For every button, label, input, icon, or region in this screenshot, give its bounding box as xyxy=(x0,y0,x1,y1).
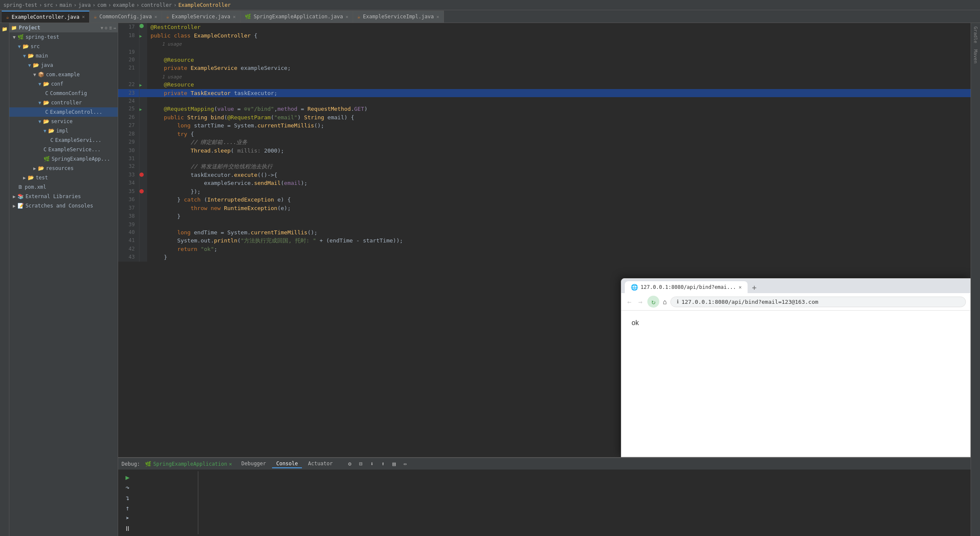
tree-external-libraries[interactable]: ▶ 📚 External Libraries xyxy=(9,192,118,201)
folder-icon: 📂 xyxy=(23,43,29,49)
tree-scratches[interactable]: ▶ 📝 Scratches and Consoles xyxy=(9,201,118,210)
globe-icon: 🌐 xyxy=(631,284,638,291)
tree-java[interactable]: ▼ 📂 java xyxy=(9,61,118,70)
tree-conf[interactable]: ▼ 📂 conf xyxy=(9,79,118,89)
back-button[interactable]: ← xyxy=(626,297,633,307)
debug-tab-bar: Debugger Console Actuator xyxy=(237,460,337,468)
debug-label: Debug: xyxy=(122,461,140,467)
tab-console[interactable]: Console xyxy=(272,460,302,468)
tree-test[interactable]: ▶ 📂 test xyxy=(9,173,118,182)
run-to-cursor-button[interactable]: ➤ xyxy=(123,514,132,522)
code-line-26: 26 public String bind(@RequestParam("ema… xyxy=(118,113,971,122)
tab-SpringExampleApplication[interactable]: 🌿 SpringExampleApplication.java ✕ xyxy=(241,11,353,23)
expand-icon: ▼ xyxy=(18,44,21,49)
stop-button[interactable]: ⏹ xyxy=(123,534,132,536)
tab-ExampleService[interactable]: ☕ ExampleService.java ✕ xyxy=(162,11,241,23)
scroll-up-button[interactable]: ⬆ xyxy=(379,460,387,468)
forward-button[interactable]: → xyxy=(637,297,644,307)
left-toolbar: 📁 xyxy=(0,23,9,536)
project-icon[interactable]: 📁 xyxy=(0,25,9,33)
spring-app-run-indicator[interactable]: 🌿 SpringExampleApplication ✕ xyxy=(145,461,232,467)
console-output-area xyxy=(198,471,967,534)
java-file-icon: ☕ xyxy=(357,14,360,20)
browser-tab[interactable]: 🌐 127.0.0.1:8080/api/bind?emai... ✕ xyxy=(625,281,748,293)
step-over-button[interactable]: ↷ xyxy=(123,483,132,492)
close-icon[interactable]: ✕ xyxy=(436,14,439,20)
maven-panel-button[interactable]: Maven xyxy=(972,48,979,65)
tree-src[interactable]: ▼ 📂 src xyxy=(9,42,118,51)
layout-button[interactable]: ⇔ xyxy=(401,460,409,468)
close-icon[interactable]: ✕ xyxy=(345,14,348,20)
expand-icon: ▼ xyxy=(28,63,31,68)
code-line-36: 36 } catch (InterruptedException e) { xyxy=(118,196,971,204)
tab-debugger[interactable]: Debugger xyxy=(237,460,270,468)
home-button[interactable]: ⌂ xyxy=(663,298,667,306)
java-class-icon: C xyxy=(45,90,48,96)
tree-SpringExampleApp[interactable]: 🌿 SpringExampleApp... xyxy=(9,154,118,164)
tree-com-example[interactable]: ▼ 📦 com.example xyxy=(9,70,118,79)
tree-main[interactable]: ▼ 📂 main xyxy=(9,51,118,61)
tree-impl[interactable]: ▼ 📂 impl xyxy=(9,126,118,135)
code-line-31: 31 xyxy=(118,155,971,162)
close-icon[interactable]: ✕ xyxy=(154,14,157,20)
pause-button[interactable]: ⏸ xyxy=(123,524,132,533)
expand-icon: ▶ xyxy=(13,194,16,199)
tab-CommonConfig[interactable]: ☕ CommonConfig.java ✕ xyxy=(90,11,162,23)
close-icon[interactable]: ✕ xyxy=(82,14,85,20)
debug-controls: ▶ ↷ ↴ ↑ ➤ ⏸ ⏹ xyxy=(122,471,198,536)
breadcrumb: spring-test › src › main › java › com › … xyxy=(0,0,980,10)
tree-CommonConfig[interactable]: C CommonConfig xyxy=(9,89,118,98)
java-file-icon: ☕ xyxy=(94,14,97,20)
step-out-button[interactable]: ↑ xyxy=(123,504,132,512)
tree-spring-test[interactable]: ▼ 🌿 spring-test xyxy=(9,32,118,42)
browser-window: 🌐 127.0.0.1:8080/api/bind?emai... ✕ + ← … xyxy=(621,278,971,457)
browser-close-tab-button[interactable]: ✕ xyxy=(739,284,742,290)
folder-icon: 📂 xyxy=(43,118,49,124)
tree-service[interactable]: ▼ 📂 service xyxy=(9,117,118,126)
console-content: ▶ ↷ ↴ ↑ ➤ ⏸ ⏹ xyxy=(118,470,971,536)
tree-controller[interactable]: ▼ 📂 controller xyxy=(9,98,118,107)
test-folder-icon: 📂 xyxy=(28,175,34,181)
project-root-icon: 🌿 xyxy=(17,34,24,40)
xml-file-icon: 🗎 xyxy=(18,184,23,190)
new-tab-button[interactable]: + xyxy=(749,283,759,292)
code-line-28: 28 try { xyxy=(118,130,971,138)
refresh-button[interactable]: ↻ xyxy=(647,296,659,308)
tab-ExampleController[interactable]: ☕ ExampleController.java ✕ xyxy=(2,11,90,23)
tree-ExampleServi2[interactable]: C ExampleService... xyxy=(9,145,118,154)
browser-response-text: ok xyxy=(632,319,960,327)
tree-ExampleServi1[interactable]: C ExampleServi... xyxy=(9,135,118,145)
code-line-32: 32 // 将发送邮件交给线程池去执行 xyxy=(118,162,971,171)
expand-icon: ▼ xyxy=(38,81,41,87)
tree-pom[interactable]: 🗎 pom.xml xyxy=(9,182,118,192)
tree-project-header[interactable]: 📁 Project ▼ ⚙ ≡ ↔ xyxy=(9,23,118,32)
code-line-22: 22 ▶ @Resource xyxy=(118,81,971,89)
expand-icon: ▼ xyxy=(43,128,46,134)
scroll-down-button[interactable]: ⬇ xyxy=(368,460,376,468)
url-bar[interactable]: ℹ 127.0.0.1:8080/api/bind?email=123@163.… xyxy=(670,297,966,307)
debug-left-panel: ▶ ↷ ↴ ↑ ➤ ⏸ ⏹ xyxy=(122,471,198,534)
table-view-button[interactable]: ▤ xyxy=(390,460,398,468)
step-into-button[interactable]: ↴ xyxy=(123,493,132,502)
gradle-panel-button[interactable]: Gradle xyxy=(972,25,979,45)
expand-icon: ▼ xyxy=(13,35,16,40)
tree-ExampleController[interactable]: C ExampleControl... xyxy=(9,107,118,117)
package-icon: 📦 xyxy=(38,72,44,78)
code-line-43: 43 } xyxy=(118,253,971,262)
close-icon[interactable]: ✕ xyxy=(233,14,236,20)
filter-button[interactable]: ⊟ xyxy=(357,460,365,468)
settings-button[interactable]: ⚙ xyxy=(345,460,354,468)
browser-tab-bar: 🌐 127.0.0.1:8080/api/bind?emai... ✕ + xyxy=(621,279,970,293)
code-line-23: 23 private TaskExecutor taskExecutor; xyxy=(118,89,971,98)
tree-resources[interactable]: ▶ 📂 resources xyxy=(9,164,118,173)
code-line-33: 33 taskExecutor.execute(()->{ xyxy=(118,171,971,179)
folder-icon: 📂 xyxy=(43,100,49,106)
close-icon[interactable]: ✕ xyxy=(229,461,232,467)
resume-button[interactable]: ▶ xyxy=(123,473,132,481)
tab-actuator[interactable]: Actuator xyxy=(304,460,337,468)
project-tree: 📁 Project ▼ ⚙ ≡ ↔ ▼ 🌿 spring-test ▼ 📂 sr… xyxy=(9,23,118,536)
code-editor[interactable]: 17 @RestController 18 ▶ public class Exa… xyxy=(118,23,971,457)
expand-icon: ▼ xyxy=(38,100,41,106)
folder-icon: 📂 xyxy=(48,128,55,134)
tab-ExampleServiceImpl[interactable]: ☕ ExampleServiceImpl.java ✕ xyxy=(353,11,444,23)
